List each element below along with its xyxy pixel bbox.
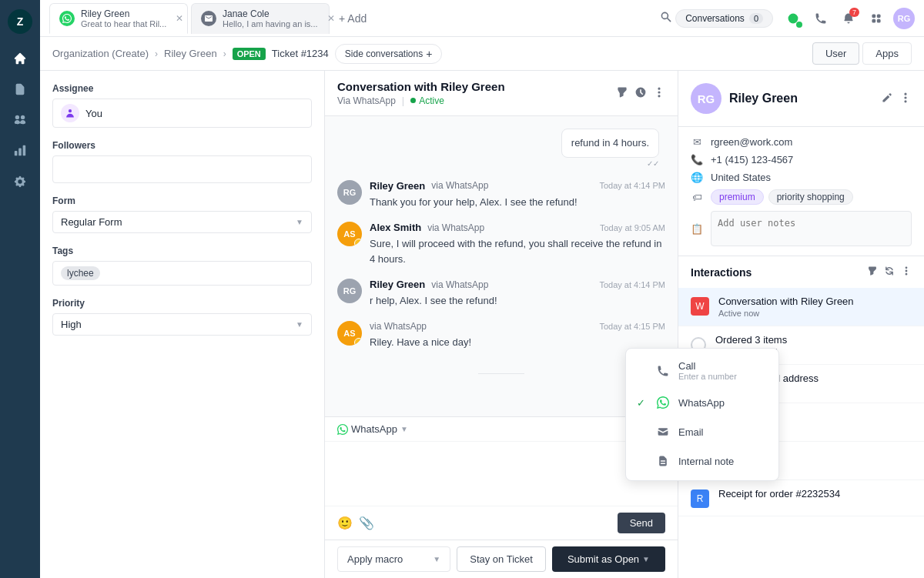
more-options-icon[interactable]: [653, 86, 665, 101]
bell-icon[interactable]: 7: [838, 8, 859, 29]
alex-avatar: AS: [337, 222, 362, 246]
bottom-right-actions: Stay on Ticket Submit as Open ▼: [457, 546, 665, 572]
interaction-conv[interactable]: W Conversation with Riley Green Active n…: [678, 288, 924, 326]
email-contact-icon: ✉: [691, 136, 703, 148]
contact-avatar: RG: [691, 83, 721, 114]
apply-macro-label: Apply macro: [347, 553, 403, 565]
filter-icon[interactable]: [616, 86, 628, 101]
nav-tickets[interactable]: [8, 77, 32, 102]
country-row: 🌐 United States: [691, 172, 912, 183]
breadcrumb-org[interactable]: Organization (Create): [52, 48, 149, 59]
followers-input[interactable]: [52, 155, 312, 183]
form-section: Form Regular Form ▼: [52, 195, 312, 233]
stay-on-ticket-button[interactable]: Stay on Ticket: [457, 546, 546, 572]
contact-header: RG Riley Green: [678, 71, 924, 127]
contact-tags: premium priority shopping: [711, 189, 853, 205]
message-content: Riley Green via WhatsApp Today at 4:14 P…: [370, 180, 665, 210]
message-text: Sure, I will proceed with the refund, yo…: [370, 236, 665, 266]
email-row: ✉ rgreen@work.com: [691, 136, 912, 148]
interactions-filter-icon[interactable]: [867, 266, 878, 279]
interaction-receipt[interactable]: R Receipt for order #2232534: [678, 480, 924, 516]
channel-dropdown: Call Enter a number ✓ WhatsApp: [625, 348, 779, 481]
emoji-icon[interactable]: 🙂: [337, 516, 353, 530]
whatsapp-label: WhatsApp: [678, 397, 725, 409]
contact-info: ✉ rgreen@work.com 📞 +1 (415) 123-4567 🌐 …: [678, 127, 924, 256]
app-logo[interactable]: Z: [8, 9, 32, 34]
channel-label: WhatsApp: [351, 423, 397, 435]
dropdown-email[interactable]: Email: [626, 417, 778, 446]
message-text: Thank you for your help, Alex. I see the…: [370, 195, 665, 210]
edit-icon[interactable]: [881, 92, 893, 106]
nav-users[interactable]: [8, 108, 32, 132]
alex-avatar-2: AS: [337, 321, 362, 346]
message-text: r help, Alex. I see the refund!: [370, 293, 665, 309]
internal-note-label: Internal note: [678, 456, 734, 467]
send-button[interactable]: Send: [618, 513, 665, 533]
search-button[interactable]: [660, 11, 672, 26]
notes-row: 📋: [691, 211, 912, 246]
top-right-icons: 7 RG: [782, 8, 915, 29]
status-icon[interactable]: [782, 8, 804, 29]
notification-badge: 7: [849, 8, 859, 17]
tab-janae-sub: Hello, I am having an is...: [223, 19, 318, 28]
email-label: Email: [678, 426, 704, 438]
interactions-more-icon[interactable]: [901, 266, 912, 279]
message-content: Riley Green via WhatsApp Today at 4:14 P…: [370, 279, 665, 309]
interaction-conv-text: Conversation with Riley Green Active now: [718, 296, 912, 318]
side-conversations-button[interactable]: Side conversations +: [335, 44, 443, 64]
tab-janae[interactable]: Janae Cole Hello, I am having an is... ✕: [191, 3, 330, 34]
nav-home[interactable]: [8, 46, 32, 71]
email-dropdown-icon: [655, 424, 671, 439]
interactions-refresh-icon[interactable]: [884, 266, 895, 279]
user-avatar[interactable]: RG: [893, 8, 915, 29]
message-via: via WhatsApp: [427, 222, 484, 233]
tab-riley-close[interactable]: ✕: [176, 13, 183, 24]
contact-more-icon[interactable]: [899, 92, 912, 106]
submit-button[interactable]: Submit as Open ▼: [552, 546, 665, 572]
active-indicator: Active: [410, 95, 444, 106]
message-via: via WhatsApp: [431, 180, 488, 191]
interactions-title: Interactions: [691, 266, 752, 279]
email-tab-icon: [201, 11, 216, 26]
apps-tab-button[interactable]: Apps: [862, 42, 912, 65]
message-via: via WhatsApp: [370, 321, 427, 332]
attachment-icon[interactable]: 📎: [359, 516, 374, 530]
interaction-conv-sub: Active now: [718, 309, 912, 318]
ticket-id-link[interactable]: Ticket #1234: [272, 48, 329, 59]
right-panel: RG Riley Green ✉ rgreen@work.com: [678, 71, 924, 578]
interactions-header: Interactions: [678, 256, 924, 288]
nav-reports[interactable]: [8, 139, 32, 163]
dropdown-call[interactable]: Call Enter a number: [626, 353, 778, 388]
grid-icon[interactable]: [865, 8, 887, 29]
form-chevron-icon: ▼: [296, 218, 303, 226]
priority-select[interactable]: High ▼: [52, 313, 312, 336]
notes-input[interactable]: [711, 211, 912, 246]
submit-label: Submit as Open: [567, 553, 639, 565]
message-time: Today at 4:15 PM: [599, 322, 665, 331]
conversations-button[interactable]: Conversations 0: [675, 9, 773, 28]
apply-macro-button[interactable]: Apply macro ▼: [337, 546, 450, 572]
interactions-icons: [867, 266, 912, 279]
contact-name: Riley Green: [729, 92, 798, 105]
assignee-value: You: [85, 108, 102, 119]
side-conversations-plus: +: [426, 48, 432, 60]
conversation-via: Via WhatsApp: [337, 95, 396, 106]
dropdown-internal-note[interactable]: Internal note: [626, 446, 778, 476]
breadcrumb-riley[interactable]: Riley Green: [164, 48, 217, 59]
priority-value: High: [61, 319, 82, 330]
riley-avatar: RG: [337, 180, 362, 205]
phone-icon[interactable]: [810, 8, 832, 29]
tab-riley[interactable]: Riley Green Great to hear that Ril... ✕: [49, 3, 188, 34]
nav-settings[interactable]: [8, 169, 32, 194]
tags-field[interactable]: lychee: [52, 261, 312, 286]
message-row: AS via WhatsApp Today at 4:15 PM Riley. …: [337, 321, 665, 359]
user-tab-button[interactable]: User: [812, 42, 859, 65]
dropdown-whatsapp[interactable]: ✓ WhatsApp: [626, 388, 778, 417]
assignee-field[interactable]: You: [52, 99, 312, 128]
add-tab-button[interactable]: + Add: [333, 12, 373, 25]
form-select[interactable]: Regular Form ▼: [52, 211, 312, 233]
contact-phone: +1 (415) 123-4567: [711, 154, 793, 165]
tag-priority: priority shopping: [768, 189, 853, 205]
whatsapp-tab-icon: [59, 11, 75, 26]
history-icon[interactable]: [634, 86, 647, 101]
